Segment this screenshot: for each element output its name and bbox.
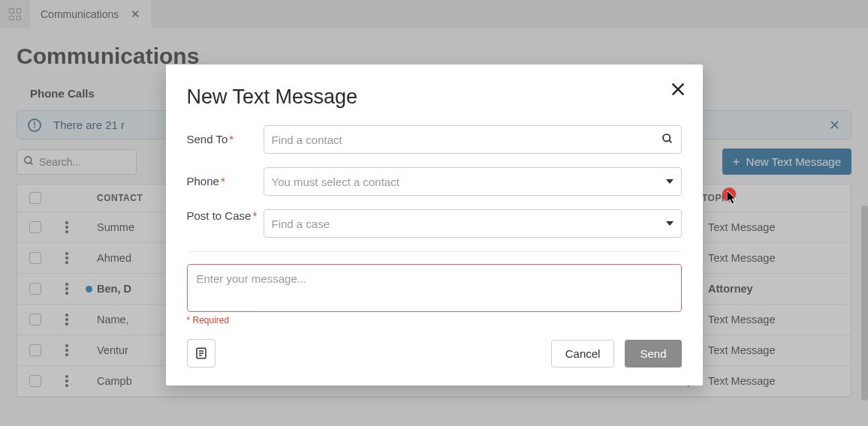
search-icon[interactable] — [662, 133, 674, 147]
label-post-to-case: Post to Case* — [187, 209, 259, 224]
post-to-case-input[interactable] — [272, 218, 666, 230]
modal-overlay: New Text Message Send To* Phone* Post to… — [0, 0, 868, 426]
modal-title: New Text Message — [187, 86, 682, 109]
svg-line-5 — [669, 140, 671, 142]
modal-footer: Cancel Send — [187, 339, 682, 368]
phone-field[interactable] — [264, 167, 682, 196]
modal-close-icon[interactable] — [670, 81, 686, 100]
template-button[interactable] — [187, 339, 215, 368]
chevron-down-icon[interactable] — [666, 221, 674, 226]
divider — [187, 251, 682, 252]
cancel-button[interactable]: Cancel — [551, 340, 615, 368]
svg-point-4 — [663, 134, 670, 141]
chevron-down-icon[interactable] — [666, 179, 674, 184]
message-input[interactable] — [187, 264, 682, 312]
post-to-case-field[interactable] — [264, 209, 682, 238]
send-to-input[interactable] — [272, 134, 662, 146]
send-to-field[interactable] — [264, 125, 682, 154]
phone-input[interactable] — [272, 176, 666, 188]
cursor-indicator — [722, 188, 736, 201]
new-text-message-modal: New Text Message Send To* Phone* Post to… — [166, 64, 703, 386]
send-button[interactable]: Send — [625, 340, 681, 368]
label-phone: Phone* — [187, 175, 259, 189]
label-send-to: Send To* — [187, 133, 259, 147]
required-note: * Required — [187, 315, 682, 326]
